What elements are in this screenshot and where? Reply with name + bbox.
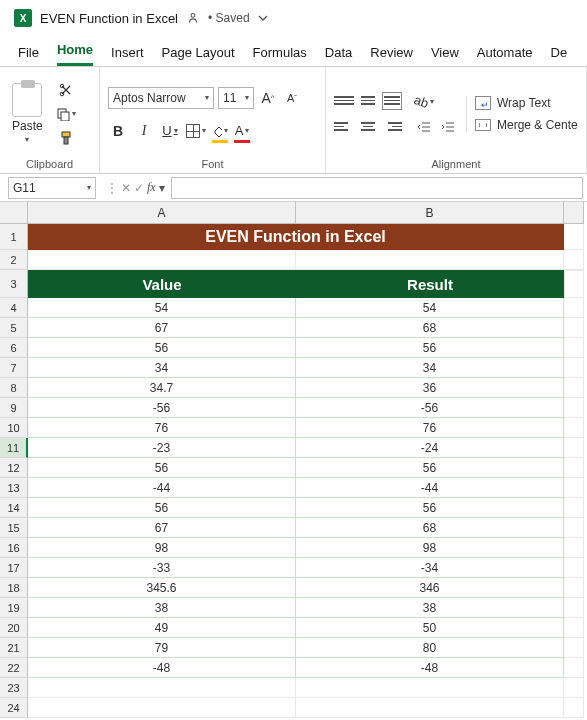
result-cell[interactable]: 56 [296,498,564,518]
cell[interactable] [564,598,584,618]
cell[interactable] [296,250,564,270]
bold-button[interactable]: B [108,121,128,141]
result-cell[interactable]: -34 [296,558,564,578]
header-value-cell[interactable]: Value [28,270,296,298]
row-header-1[interactable]: 1 [0,224,28,250]
cell[interactable] [564,698,584,718]
cell[interactable] [564,538,584,558]
row-header-8[interactable]: 8 [0,378,28,398]
result-cell[interactable]: -44 [296,478,564,498]
result-cell[interactable]: -48 [296,658,564,678]
result-cell[interactable]: 346 [296,578,564,598]
chevron-down-icon[interactable]: ▾ [159,181,165,195]
result-cell[interactable]: 54 [296,298,564,318]
value-cell[interactable]: 56 [28,338,296,358]
row-header-15[interactable]: 15 [0,518,28,538]
row-header-9[interactable]: 9 [0,398,28,418]
cell[interactable] [296,678,564,698]
result-cell[interactable]: -24 [296,438,564,458]
value-cell[interactable]: 56 [28,458,296,478]
decrease-indent-button[interactable] [414,118,434,136]
result-cell[interactable]: -56 [296,398,564,418]
share-icon[interactable] [186,11,200,25]
header-result-cell[interactable]: Result [296,270,564,298]
row-header-6[interactable]: 6 [0,338,28,358]
orientation-button[interactable]: ab▾ [414,92,434,112]
value-cell[interactable]: 98 [28,538,296,558]
cell[interactable] [28,698,296,718]
cell[interactable] [564,398,584,418]
tab-developer[interactable]: De [551,41,568,66]
tab-view[interactable]: View [431,41,459,66]
value-cell[interactable]: 38 [28,598,296,618]
row-header-16[interactable]: 16 [0,538,28,558]
borders-button[interactable]: ▾ [186,121,206,141]
italic-button[interactable]: I [134,121,154,141]
enter-icon[interactable]: ✓ [134,181,144,195]
row-header-12[interactable]: 12 [0,458,28,478]
increase-indent-button[interactable] [438,118,458,136]
row-header-5[interactable]: 5 [0,318,28,338]
select-all-corner[interactable] [0,202,28,224]
copy-button[interactable]: ▾ [55,105,77,123]
value-cell[interactable]: 67 [28,518,296,538]
result-cell[interactable]: 68 [296,518,564,538]
result-cell[interactable]: 80 [296,638,564,658]
cell[interactable] [564,318,584,338]
row-header-10[interactable]: 10 [0,418,28,438]
cut-button[interactable] [55,81,77,99]
row-header-11[interactable]: 11 [0,438,28,458]
row-header-2[interactable]: 2 [0,250,28,270]
value-cell[interactable]: 49 [28,618,296,638]
cell[interactable] [564,578,584,598]
row-header-24[interactable]: 24 [0,698,28,718]
format-painter-button[interactable] [55,129,77,147]
row-header-18[interactable]: 18 [0,578,28,598]
paste-button[interactable]: Paste ▾ [8,81,47,146]
column-header-c[interactable] [564,202,584,224]
align-right-button[interactable] [382,118,402,136]
cell[interactable] [564,658,584,678]
tab-page-layout[interactable]: Page Layout [162,41,235,66]
column-header-a[interactable]: A [28,202,296,224]
cell[interactable] [28,250,296,270]
name-box[interactable]: G11▾ [8,177,96,199]
align-middle-button[interactable] [358,92,378,110]
chevron-down-icon[interactable] [258,13,268,23]
result-cell[interactable]: 34 [296,358,564,378]
dropdown-icon[interactable]: ⋮ [106,181,118,195]
row-header-13[interactable]: 13 [0,478,28,498]
title-cell[interactable]: EVEN Function in Excel [28,224,564,250]
result-cell[interactable]: 68 [296,318,564,338]
row-header-23[interactable]: 23 [0,678,28,698]
cancel-icon[interactable]: ✕ [121,181,131,195]
align-top-button[interactable] [334,92,354,110]
cell[interactable] [564,224,584,250]
font-name-select[interactable]: Aptos Narrow▾ [108,87,214,109]
row-header-20[interactable]: 20 [0,618,28,638]
saved-status[interactable]: • Saved [208,11,250,25]
formula-input[interactable] [171,177,583,199]
fx-label[interactable]: fx [147,180,156,195]
cell[interactable] [564,618,584,638]
value-cell[interactable]: -33 [28,558,296,578]
value-cell[interactable]: -56 [28,398,296,418]
underline-button[interactable]: U▾ [160,121,180,141]
cell[interactable] [564,498,584,518]
tab-home[interactable]: Home [57,38,93,66]
tab-data[interactable]: Data [325,41,352,66]
cell[interactable] [564,298,584,318]
row-header-7[interactable]: 7 [0,358,28,378]
value-cell[interactable]: 34.7 [28,378,296,398]
row-header-4[interactable]: 4 [0,298,28,318]
cell[interactable] [564,638,584,658]
result-cell[interactable]: 50 [296,618,564,638]
tab-automate[interactable]: Automate [477,41,533,66]
value-cell[interactable]: 54 [28,298,296,318]
wrap-text-button[interactable]: Wrap Text [475,96,578,110]
cell[interactable] [564,270,584,298]
row-header-21[interactable]: 21 [0,638,28,658]
cell[interactable] [564,338,584,358]
increase-font-button[interactable]: A^ [258,88,278,108]
font-size-select[interactable]: 11▾ [218,87,254,109]
